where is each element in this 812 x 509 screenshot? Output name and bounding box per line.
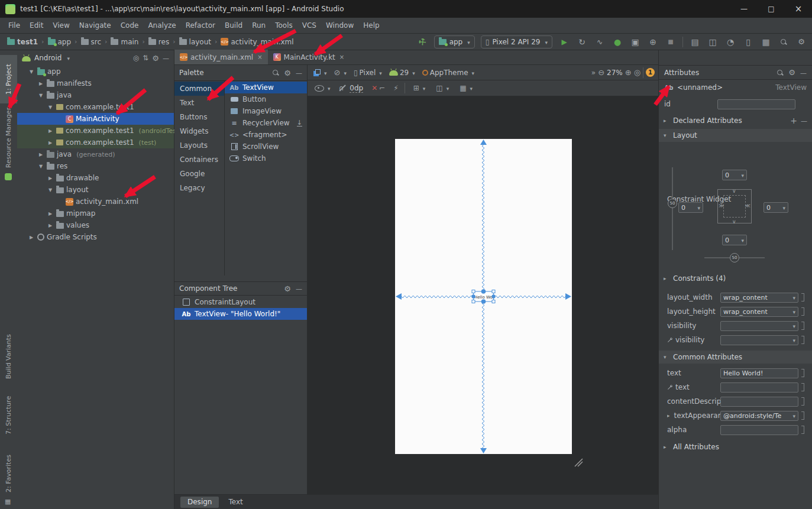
palette-category-common[interactable]: Common	[174, 82, 224, 96]
gradle-icon[interactable]: ◔	[724, 35, 736, 48]
tab-activity-main-xml[interactable]: </> activity_main.xml ×	[174, 50, 268, 64]
expand-chevron-icon[interactable]: ▶	[47, 211, 54, 216]
palette-category-legacy[interactable]: Legacy	[174, 181, 224, 195]
device-select[interactable]: ▯ Pixel 2 API 29	[481, 35, 552, 48]
hide-panel-icon[interactable]	[163, 54, 169, 62]
flag-toggle[interactable]	[801, 426, 804, 434]
palette-item-button[interactable]: Button	[225, 93, 307, 105]
palette-category-buttons[interactable]: Buttons	[174, 110, 224, 124]
vertical-bias-track[interactable]	[672, 167, 673, 250]
tree-item-androidtest-package[interactable]: ▶ com.example.test1 (androidTest)	[17, 125, 174, 137]
tree-item-java-generated[interactable]: ▶ java (generated)	[17, 148, 174, 160]
layout-height-dropdown[interactable]: wrap_content	[720, 307, 798, 317]
expand-chevron-icon[interactable]: ▶	[47, 128, 54, 134]
top-constraint-spring[interactable]: ∨	[732, 189, 736, 193]
pack-select[interactable]: ▦	[457, 84, 475, 92]
download-icon[interactable]: ↓	[297, 119, 302, 127]
margin-bottom-dropdown[interactable]: 0	[722, 235, 747, 245]
layout-width-dropdown[interactable]: wrap_content	[720, 293, 798, 303]
breadcrumb-res[interactable]: res	[147, 38, 170, 46]
orientation-select[interactable]: ⊘	[332, 68, 349, 77]
gear-icon[interactable]	[152, 54, 159, 63]
locate-file-icon[interactable]: ◎	[133, 54, 139, 62]
remove-attribute-button[interactable]	[801, 116, 807, 125]
tree-item-activity-main-xml[interactable]: </> activity_main.xml	[17, 196, 174, 208]
palette-item-switch[interactable]: Switch	[225, 153, 307, 164]
design-surface-select[interactable]	[311, 69, 329, 77]
menu-code[interactable]: Code	[116, 18, 144, 34]
hide-panel-icon[interactable]	[296, 284, 302, 293]
right-constraint-spring[interactable]: ≪	[745, 203, 750, 208]
constraint-anchor-left[interactable]	[471, 294, 475, 298]
theme-select[interactable]: AppTheme	[420, 69, 477, 77]
breadcrumb-project[interactable]: test1	[6, 38, 39, 46]
resize-handle[interactable]	[472, 300, 475, 303]
tools-visibility-dropdown[interactable]	[720, 335, 798, 345]
menu-window[interactable]: Window	[321, 18, 358, 34]
attach-debugger-icon[interactable]: ⊕	[647, 35, 659, 48]
text-mode-tab[interactable]: Text	[221, 497, 250, 508]
stop-icon[interactable]: ■	[665, 35, 677, 48]
tree-item-app[interactable]: ▼ app	[17, 66, 174, 77]
expand-chevron-icon[interactable]: ▼	[37, 164, 44, 169]
resize-handle[interactable]	[492, 300, 495, 303]
toggle-toolwindows-icon[interactable]: ▦	[5, 498, 11, 505]
hide-panel-icon[interactable]	[296, 69, 302, 77]
content-description-input[interactable]	[720, 397, 798, 407]
section-common-attributes[interactable]: ▾ Common Attributes	[659, 351, 812, 364]
menu-file[interactable]: File	[4, 18, 25, 34]
chevron-down-icon[interactable]	[65, 54, 70, 62]
breadcrumb-src[interactable]: src	[80, 38, 103, 46]
view-options-select[interactable]	[312, 84, 333, 92]
zoom-out-icon[interactable]: ⊖	[598, 68, 604, 77]
tool-window-favorites[interactable]: 2: Favorites	[0, 448, 17, 500]
constraint-anchor-top[interactable]	[481, 289, 486, 294]
section-declared-attributes[interactable]: ▸ Declared Attributes	[659, 114, 812, 127]
add-attribute-button[interactable]	[790, 116, 797, 125]
tree-item-layout[interactable]: ▼ layout	[17, 184, 174, 196]
tool-window-icon[interactable]	[5, 173, 12, 180]
tool-window-resource-manager[interactable]: Resource Manager	[0, 106, 17, 170]
tab-mainactivity-kt[interactable]: K MainActivity.kt ×	[268, 50, 350, 64]
palette-category-widgets[interactable]: Widgets	[174, 124, 224, 138]
tool-window-structure[interactable]: 7: Structure	[0, 388, 17, 442]
api-version-select[interactable]: 29	[387, 69, 418, 77]
resize-handle[interactable]	[492, 290, 495, 293]
flag-toggle[interactable]	[801, 336, 804, 344]
section-all-attributes[interactable]: ▸ All Attributes	[659, 440, 812, 453]
tree-item-gradle-scripts[interactable]: ▶ Gradle Scripts	[17, 231, 174, 243]
margin-top-dropdown[interactable]: 0	[722, 170, 747, 180]
flag-toggle[interactable]	[801, 383, 804, 391]
expand-chevron-icon[interactable]: ▼	[37, 93, 44, 98]
menu-tools[interactable]: Tools	[270, 18, 297, 34]
debug-icon[interactable]: ●	[612, 35, 623, 48]
coverage-icon[interactable]: ▣	[629, 35, 641, 48]
flag-toggle[interactable]	[801, 411, 804, 420]
project-view-select[interactable]: Android	[34, 54, 62, 62]
constraint-anchor-right[interactable]	[491, 294, 495, 298]
section-constraints[interactable]: ▸ Constraints (4)	[659, 272, 812, 285]
expand-chevron-icon[interactable]: ▼	[47, 105, 54, 110]
align-select[interactable]: ◫	[434, 84, 451, 92]
component-tree-item-constraintlayout[interactable]: ConstraintLayout	[174, 296, 307, 308]
tool-window-build-variants[interactable]: Build Variants	[0, 329, 17, 384]
breadcrumb-file[interactable]: </>activity_main.xml	[219, 38, 295, 46]
menu-analyze[interactable]: Analyze	[143, 18, 180, 34]
logcat-icon[interactable]: ▦	[760, 35, 772, 48]
more-actions-icon[interactable]: »	[591, 69, 596, 77]
menu-vcs[interactable]: VCS	[297, 18, 321, 34]
hide-panel-icon[interactable]	[800, 69, 807, 77]
resize-handle[interactable]	[472, 290, 475, 293]
guidelines-select[interactable]: ⊞	[411, 84, 428, 92]
close-tab-icon[interactable]: ×	[257, 54, 262, 60]
run-configuration-select[interactable]: app	[434, 35, 475, 48]
tree-item-values[interactable]: ▶ values	[17, 219, 174, 231]
palette-item-imageview[interactable]: ImageView	[225, 105, 307, 117]
tree-item-manifests[interactable]: ▶ manifests	[17, 77, 174, 89]
infer-constraints-icon[interactable]: ⚡	[393, 84, 398, 92]
palette-item-textview[interactable]: Ab TextView	[225, 82, 307, 93]
expand-chevron-icon[interactable]: ▼	[28, 69, 35, 74]
default-margin-select[interactable]: 0dp	[350, 84, 363, 93]
device-in-editor-select[interactable]: ▯Pixel	[351, 69, 384, 77]
menu-build[interactable]: Build	[220, 18, 247, 34]
